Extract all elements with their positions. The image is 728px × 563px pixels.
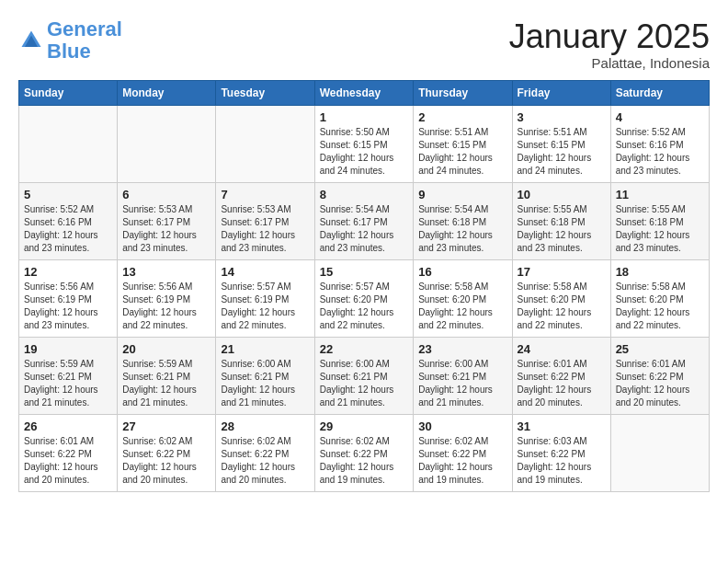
day-number: 14 (221, 265, 309, 279)
page-header: General Blue January 2025 Palattae, Indo… (18, 18, 710, 71)
day-info: Sunrise: 6:02 AM Sunset: 6:22 PM Dayligh… (122, 435, 210, 487)
day-info: Sunrise: 5:55 AM Sunset: 6:18 PM Dayligh… (518, 203, 606, 255)
logo-blue: Blue (47, 40, 91, 63)
day-number: 10 (518, 188, 606, 201)
day-info: Sunrise: 6:03 AM Sunset: 6:22 PM Dayligh… (518, 435, 606, 487)
day-number: 3 (518, 110, 606, 124)
logo-general: General (47, 17, 122, 40)
day-info: Sunrise: 5:54 AM Sunset: 6:18 PM Dayligh… (418, 203, 506, 255)
calendar-subtitle: Palattae, Indonesia (509, 55, 710, 71)
day-number: 24 (518, 342, 606, 356)
day-number: 4 (616, 110, 704, 124)
calendar-cell: 3Sunrise: 5:51 AM Sunset: 6:15 PM Daylig… (512, 105, 610, 182)
calendar-cell: 14Sunrise: 5:57 AM Sunset: 6:19 PM Dayli… (216, 259, 314, 337)
calendar-table: SundayMondayTuesdayWednesdayThursdayFrid… (18, 80, 710, 492)
calendar-cell: 21Sunrise: 6:00 AM Sunset: 6:21 PM Dayli… (216, 337, 314, 414)
day-info: Sunrise: 5:57 AM Sunset: 6:20 PM Dayligh… (320, 281, 409, 332)
calendar-cell: 19Sunrise: 5:59 AM Sunset: 6:21 PM Dayli… (19, 337, 118, 414)
day-info: Sunrise: 6:00 AM Sunset: 6:21 PM Dayligh… (320, 358, 409, 409)
day-number: 27 (122, 419, 210, 433)
day-number: 9 (418, 188, 506, 201)
day-info: Sunrise: 5:52 AM Sunset: 6:16 PM Dayligh… (616, 126, 704, 178)
day-info: Sunrise: 5:58 AM Sunset: 6:20 PM Dayligh… (616, 281, 704, 332)
weekday-header-sunday: Sunday (19, 80, 118, 105)
day-number: 26 (24, 419, 112, 433)
day-info: Sunrise: 5:54 AM Sunset: 6:17 PM Dayligh… (320, 203, 409, 255)
calendar-cell: 20Sunrise: 5:59 AM Sunset: 6:21 PM Dayli… (118, 337, 216, 414)
weekday-header-wednesday: Wednesday (314, 80, 414, 105)
day-info: Sunrise: 5:59 AM Sunset: 6:21 PM Dayligh… (122, 358, 210, 409)
day-number: 8 (320, 188, 409, 201)
logo-text: General Blue (47, 18, 122, 63)
day-info: Sunrise: 5:53 AM Sunset: 6:17 PM Dayligh… (122, 203, 210, 255)
day-number: 30 (418, 419, 506, 433)
day-info: Sunrise: 5:58 AM Sunset: 6:20 PM Dayligh… (418, 281, 506, 332)
day-number: 31 (518, 419, 606, 433)
day-info: Sunrise: 6:02 AM Sunset: 6:22 PM Dayligh… (320, 435, 409, 487)
calendar-cell: 12Sunrise: 5:56 AM Sunset: 6:19 PM Dayli… (19, 259, 118, 337)
day-number: 22 (320, 342, 409, 356)
calendar-cell: 8Sunrise: 5:54 AM Sunset: 6:17 PM Daylig… (314, 182, 414, 259)
day-number: 6 (122, 188, 210, 201)
calendar-cell: 15Sunrise: 5:57 AM Sunset: 6:20 PM Dayli… (314, 259, 414, 337)
day-info: Sunrise: 5:51 AM Sunset: 6:15 PM Dayligh… (518, 126, 606, 178)
day-info: Sunrise: 6:02 AM Sunset: 6:22 PM Dayligh… (221, 435, 309, 487)
calendar-body: 1Sunrise: 5:50 AM Sunset: 6:15 PM Daylig… (19, 105, 710, 491)
day-number: 16 (418, 265, 506, 279)
logo-icon (18, 28, 44, 53)
calendar-cell: 31Sunrise: 6:03 AM Sunset: 6:22 PM Dayli… (512, 414, 610, 491)
day-number: 11 (616, 188, 704, 201)
day-number: 19 (24, 342, 112, 356)
day-number: 2 (418, 110, 506, 124)
day-info: Sunrise: 5:59 AM Sunset: 6:21 PM Dayligh… (24, 358, 112, 409)
calendar-cell: 27Sunrise: 6:02 AM Sunset: 6:22 PM Dayli… (118, 414, 216, 491)
calendar-cell (118, 105, 216, 182)
calendar-cell: 22Sunrise: 6:00 AM Sunset: 6:21 PM Dayli… (314, 337, 414, 414)
calendar-week-1: 1Sunrise: 5:50 AM Sunset: 6:15 PM Daylig… (19, 105, 710, 182)
day-info: Sunrise: 5:50 AM Sunset: 6:15 PM Dayligh… (320, 126, 409, 178)
calendar-week-4: 19Sunrise: 5:59 AM Sunset: 6:21 PM Dayli… (19, 337, 710, 414)
day-number: 12 (24, 265, 112, 279)
day-number: 17 (518, 265, 606, 279)
day-number: 5 (24, 188, 112, 201)
calendar-cell: 28Sunrise: 6:02 AM Sunset: 6:22 PM Dayli… (216, 414, 314, 491)
day-number: 18 (616, 265, 704, 279)
calendar-cell: 26Sunrise: 6:01 AM Sunset: 6:22 PM Dayli… (19, 414, 118, 491)
day-number: 28 (221, 419, 309, 433)
calendar-cell: 25Sunrise: 6:01 AM Sunset: 6:22 PM Dayli… (610, 337, 709, 414)
calendar-cell: 23Sunrise: 6:00 AM Sunset: 6:21 PM Dayli… (414, 337, 512, 414)
day-info: Sunrise: 6:00 AM Sunset: 6:21 PM Dayligh… (418, 358, 506, 409)
weekday-header-friday: Friday (512, 80, 610, 105)
day-info: Sunrise: 6:00 AM Sunset: 6:21 PM Dayligh… (221, 358, 309, 409)
calendar-header: SundayMondayTuesdayWednesdayThursdayFrid… (19, 80, 710, 105)
day-number: 23 (418, 342, 506, 356)
calendar-cell: 2Sunrise: 5:51 AM Sunset: 6:15 PM Daylig… (414, 105, 512, 182)
day-info: Sunrise: 6:01 AM Sunset: 6:22 PM Dayligh… (24, 435, 112, 487)
day-number: 20 (122, 342, 210, 356)
day-info: Sunrise: 6:02 AM Sunset: 6:22 PM Dayligh… (418, 435, 506, 487)
calendar-cell: 10Sunrise: 5:55 AM Sunset: 6:18 PM Dayli… (512, 182, 610, 259)
day-info: Sunrise: 5:55 AM Sunset: 6:18 PM Dayligh… (616, 203, 704, 255)
calendar-cell: 6Sunrise: 5:53 AM Sunset: 6:17 PM Daylig… (118, 182, 216, 259)
calendar-cell: 4Sunrise: 5:52 AM Sunset: 6:16 PM Daylig… (610, 105, 709, 182)
day-number: 13 (122, 265, 210, 279)
weekday-header-tuesday: Tuesday (216, 80, 314, 105)
day-number: 29 (320, 419, 409, 433)
logo: General Blue (18, 18, 122, 63)
day-info: Sunrise: 5:56 AM Sunset: 6:19 PM Dayligh… (122, 281, 210, 332)
day-info: Sunrise: 6:01 AM Sunset: 6:22 PM Dayligh… (518, 358, 606, 409)
weekday-header-thursday: Thursday (414, 80, 512, 105)
calendar-cell: 30Sunrise: 6:02 AM Sunset: 6:22 PM Dayli… (414, 414, 512, 491)
calendar-cell (19, 105, 118, 182)
calendar-cell: 16Sunrise: 5:58 AM Sunset: 6:20 PM Dayli… (414, 259, 512, 337)
day-info: Sunrise: 5:53 AM Sunset: 6:17 PM Dayligh… (221, 203, 309, 255)
day-info: Sunrise: 5:51 AM Sunset: 6:15 PM Dayligh… (418, 126, 506, 178)
weekday-header-row: SundayMondayTuesdayWednesdayThursdayFrid… (19, 80, 710, 105)
day-number: 7 (221, 188, 309, 201)
calendar-cell: 17Sunrise: 5:58 AM Sunset: 6:20 PM Dayli… (512, 259, 610, 337)
day-info: Sunrise: 6:01 AM Sunset: 6:22 PM Dayligh… (616, 358, 704, 409)
day-info: Sunrise: 5:56 AM Sunset: 6:19 PM Dayligh… (24, 281, 112, 332)
day-number: 21 (221, 342, 309, 356)
calendar-cell: 24Sunrise: 6:01 AM Sunset: 6:22 PM Dayli… (512, 337, 610, 414)
calendar-cell: 7Sunrise: 5:53 AM Sunset: 6:17 PM Daylig… (216, 182, 314, 259)
